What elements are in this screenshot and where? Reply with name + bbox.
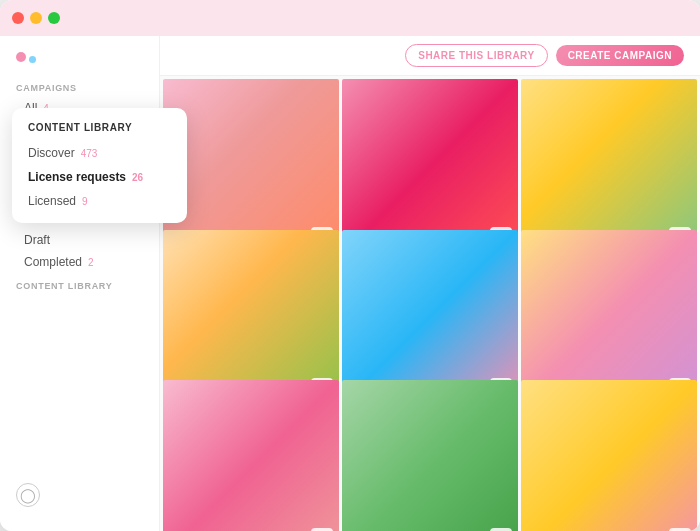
logo-dot-pink (16, 52, 26, 62)
dropdown-item-license-requests-badge: 26 (132, 172, 143, 183)
campaigns-section-title: CAMPAIGNS (0, 75, 159, 97)
dropdown-item-licensed-badge: 9 (82, 196, 88, 207)
main-header: SHARE THIS LIBRARY CREATE CAMPAIGN (160, 36, 700, 76)
sidebar-item-draft-label: Draft (24, 233, 50, 247)
image-grid: ⬇ ⬇ ⬇ ⬇ ⬇ ⬇ ⬇ (160, 76, 700, 531)
dropdown-title: CONTENT LIBRARY (12, 122, 187, 141)
create-campaign-button[interactable]: CREATE CAMPAIGN (556, 45, 684, 66)
grid-cell-2: ⬇ (342, 79, 518, 255)
main-content: SHARE THIS LIBRARY CREATE CAMPAIGN ⬇ ⬇ ⬇… (160, 36, 700, 531)
app-body: CAMPAIGNS All 4 Active 1 Expired 1 Pause… (0, 36, 700, 531)
grid-cell-7: ⬇ (163, 380, 339, 531)
content-library-dropdown: CONTENT LIBRARY Discover 473 License req… (12, 108, 187, 223)
share-library-button[interactable]: SHARE THIS LIBRARY (405, 44, 547, 67)
sidebar-item-completed-label: Completed (24, 255, 82, 269)
grid-cell-3: ⬇ (521, 79, 697, 255)
titlebar (0, 0, 700, 36)
grid-cell-9: ⬇ (521, 380, 697, 531)
logo (0, 48, 159, 75)
dropdown-item-license-requests-label: License requests (28, 170, 126, 184)
traffic-lights (12, 12, 60, 24)
logo-icon (16, 52, 36, 63)
dropdown-item-license-requests[interactable]: License requests 26 (12, 165, 187, 189)
app-window: CAMPAIGNS All 4 Active 1 Expired 1 Pause… (0, 0, 700, 531)
dropdown-item-discover-label: Discover (28, 146, 75, 160)
sidebar-item-draft[interactable]: Draft (0, 229, 159, 251)
grid-cell-8: ⬇ (342, 380, 518, 531)
close-button[interactable] (12, 12, 24, 24)
grid-cell-4: ⬇ (163, 230, 339, 406)
sidebar-item-completed-badge: 2 (88, 257, 94, 268)
dropdown-item-discover-badge: 473 (81, 148, 98, 159)
grid-cell-1: ⬇ (163, 79, 339, 255)
avatar-icon[interactable]: ◯ (16, 483, 40, 507)
logo-dot-blue (29, 56, 36, 63)
content-library-section-title: CONTENT LIBRARY (0, 273, 159, 295)
dropdown-item-discover[interactable]: Discover 473 (12, 141, 187, 165)
sidebar-item-completed[interactable]: Completed 2 (0, 251, 159, 273)
dropdown-item-licensed[interactable]: Licensed 9 (12, 189, 187, 213)
minimize-button[interactable] (30, 12, 42, 24)
maximize-button[interactable] (48, 12, 60, 24)
grid-cell-6: ⬇ (521, 230, 697, 406)
sidebar-bottom: ◯ (0, 471, 159, 519)
grid-cell-5: ⬇ (342, 230, 518, 406)
dropdown-item-licensed-label: Licensed (28, 194, 76, 208)
